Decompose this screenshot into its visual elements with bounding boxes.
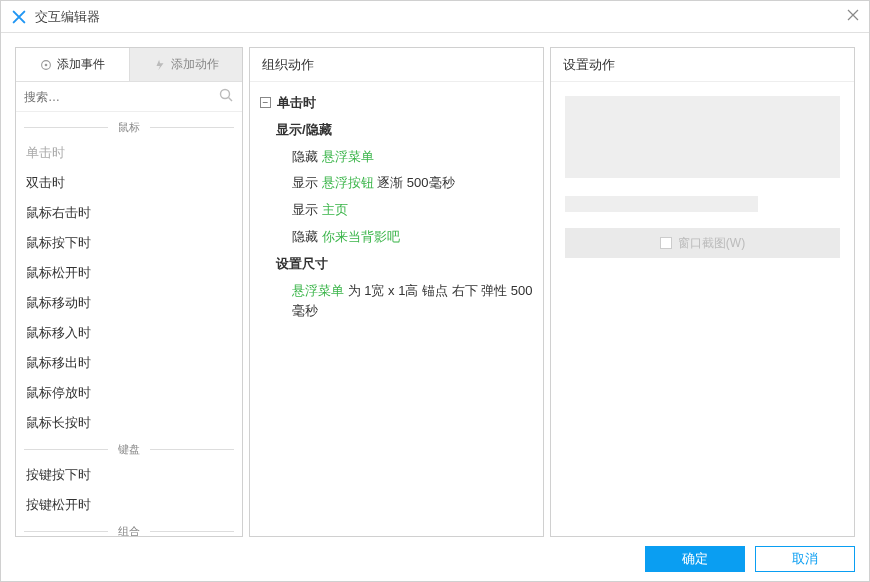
placeholder-block — [565, 96, 840, 178]
tree-action-row[interactable]: 显示 悬浮按钮 逐渐 500毫秒 — [260, 170, 533, 197]
actions-panel: 组织动作 − 单击时 显示/隐藏 隐藏 悬浮菜单 显示 悬浮按钮 逐渐 500毫… — [249, 47, 544, 537]
section-header-mouse: 鼠标 — [16, 116, 242, 138]
app-logo-icon — [11, 9, 27, 25]
tree-group-row[interactable]: 设置尺寸 — [260, 251, 533, 278]
settings-panel: 设置动作 窗口截图(W) — [550, 47, 855, 537]
event-item[interactable]: 鼠标长按时 — [16, 408, 242, 438]
ok-button[interactable]: 确定 — [645, 546, 745, 572]
events-panel: 添加事件 添加动作 鼠标 单击时 双击时 鼠标右击时 鼠标按下时 鼠标松开时 — [15, 47, 243, 537]
event-item[interactable]: 鼠标按下时 — [16, 228, 242, 258]
tab-add-action[interactable]: 添加动作 — [129, 48, 243, 81]
svg-line-3 — [229, 98, 233, 102]
tree-action-row[interactable]: 隐藏 你来当背影吧 — [260, 224, 533, 251]
event-list: 鼠标 单击时 双击时 鼠标右击时 鼠标按下时 鼠标松开时 鼠标移动时 鼠标移入时… — [16, 112, 242, 536]
search-icon[interactable] — [218, 87, 234, 106]
event-item[interactable]: 鼠标移动时 — [16, 288, 242, 318]
tab-add-event-label: 添加事件 — [57, 56, 105, 73]
svg-point-2 — [221, 90, 230, 99]
tree-action-row[interactable]: 隐藏 悬浮菜单 — [260, 144, 533, 171]
search-input[interactable] — [24, 90, 218, 104]
tree-action-row[interactable]: 显示 主页 — [260, 197, 533, 224]
checkbox-icon — [660, 237, 672, 249]
section-header-combo: 组合 — [16, 520, 242, 536]
event-item[interactable]: 鼠标移出时 — [16, 348, 242, 378]
dialog-body: 添加事件 添加动作 鼠标 单击时 双击时 鼠标右击时 鼠标按下时 鼠标松开时 — [1, 33, 869, 537]
event-item[interactable]: 鼠标移入时 — [16, 318, 242, 348]
event-item[interactable]: 按键松开时 — [16, 490, 242, 520]
window-title: 交互编辑器 — [35, 8, 847, 26]
tab-add-action-label: 添加动作 — [171, 56, 219, 73]
event-icon — [39, 58, 53, 72]
collapse-icon[interactable]: − — [260, 97, 271, 108]
event-item[interactable]: 按键按下时 — [16, 460, 242, 490]
close-icon — [847, 9, 859, 21]
disabled-option-label: 窗口截图(W) — [678, 235, 745, 252]
settings-panel-header: 设置动作 — [551, 48, 854, 82]
cancel-button[interactable]: 取消 — [755, 546, 855, 572]
search-row — [16, 82, 242, 112]
settings-content: 窗口截图(W) — [551, 82, 854, 536]
tab-add-event[interactable]: 添加事件 — [16, 48, 129, 81]
left-tabs: 添加事件 添加动作 — [16, 48, 242, 82]
event-item[interactable]: 鼠标停放时 — [16, 378, 242, 408]
dialog-footer: 确定 取消 — [1, 537, 869, 581]
section-header-keyboard: 键盘 — [16, 438, 242, 460]
event-item[interactable]: 鼠标右击时 — [16, 198, 242, 228]
action-tree: − 单击时 显示/隐藏 隐藏 悬浮菜单 显示 悬浮按钮 逐渐 500毫秒 显示 … — [250, 82, 543, 536]
titlebar: 交互编辑器 — [1, 1, 869, 33]
disabled-option-row: 窗口截图(W) — [565, 228, 840, 258]
tree-event-row[interactable]: − 单击时 — [260, 90, 533, 117]
event-item[interactable]: 鼠标松开时 — [16, 258, 242, 288]
placeholder-line — [565, 196, 758, 212]
tree-group-row[interactable]: 显示/隐藏 — [260, 117, 533, 144]
close-button[interactable] — [847, 9, 859, 24]
tree-action-row[interactable]: 悬浮菜单 为 1宽 x 1高 锚点 右下 弹性 500毫秒 — [260, 278, 533, 326]
action-icon — [153, 58, 167, 72]
event-item[interactable]: 单击时 — [16, 138, 242, 168]
event-item[interactable]: 双击时 — [16, 168, 242, 198]
actions-panel-header: 组织动作 — [250, 48, 543, 82]
svg-point-1 — [45, 63, 48, 66]
dialog-window: 交互编辑器 添加事件 添加动作 — [0, 0, 870, 582]
